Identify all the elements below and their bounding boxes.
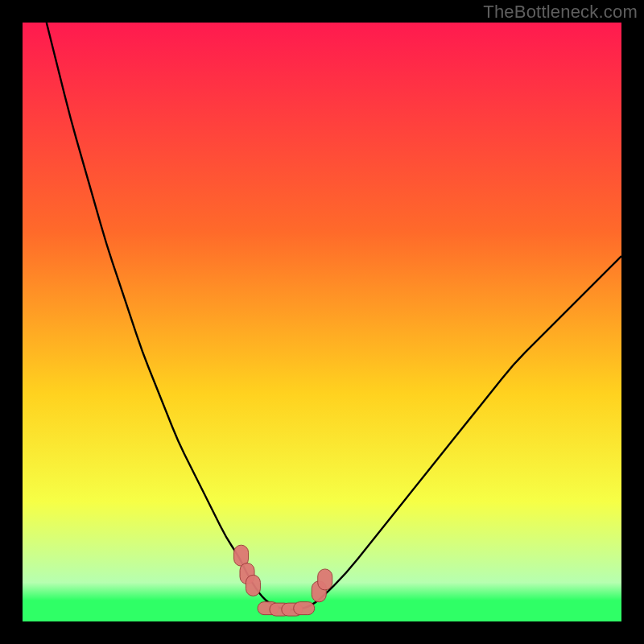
svg-rect-6 xyxy=(294,602,315,615)
svg-rect-8 xyxy=(318,569,332,590)
right-cluster-2 xyxy=(318,569,332,590)
chart-frame: TheBottleneck.com xyxy=(0,0,644,644)
left-cluster-3 xyxy=(246,575,260,596)
chart-svg xyxy=(23,23,621,621)
gradient-background xyxy=(23,23,621,621)
bottom-bar-4 xyxy=(294,602,315,615)
watermark-label: TheBottleneck.com xyxy=(483,2,638,23)
plot-area xyxy=(23,23,621,621)
svg-rect-2 xyxy=(246,575,260,596)
